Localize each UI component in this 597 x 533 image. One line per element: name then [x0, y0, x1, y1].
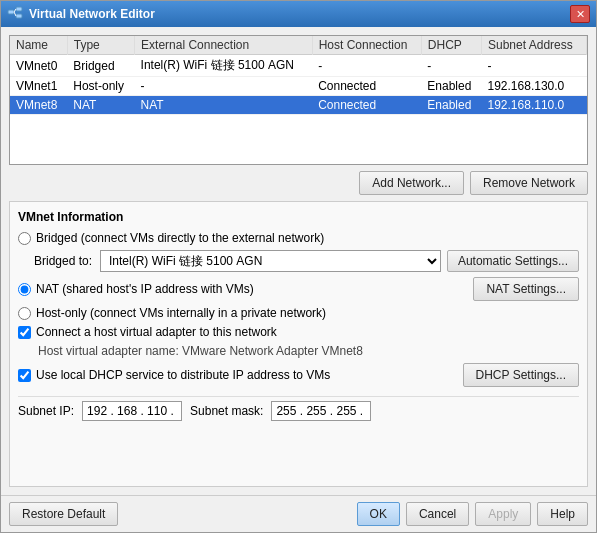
cell-2: -: [135, 77, 313, 96]
network-btn-row: Add Network... Remove Network: [9, 171, 588, 195]
network-table-container: Name Type External Connection Host Conne…: [9, 35, 588, 165]
cell-3: -: [312, 55, 421, 77]
cancel-button[interactable]: Cancel: [406, 502, 469, 526]
subnet-ip-input[interactable]: [82, 401, 182, 421]
host-only-label: Host-only (connect VMs internally in a p…: [36, 306, 326, 320]
main-content: Name Type External Connection Host Conne…: [1, 27, 596, 495]
subnet-mask-input[interactable]: [271, 401, 371, 421]
nat-row: NAT (shared host's IP address with VMs) …: [18, 277, 579, 301]
adapter-name-label: Host virtual adapter name: VMware Networ…: [38, 344, 579, 358]
col-host: Host Connection: [312, 36, 421, 55]
cell-1: NAT: [67, 96, 134, 115]
cell-5: 192.168.110.0: [482, 96, 587, 115]
cell-5: 192.168.130.0: [482, 77, 587, 96]
window-icon: [7, 6, 23, 22]
cell-2: NAT: [135, 96, 313, 115]
subnet-mask-label: Subnet mask:: [190, 404, 263, 418]
nat-label: NAT (shared host's IP address with VMs): [36, 282, 254, 296]
dhcp-label: Use local DHCP service to distribute IP …: [36, 368, 330, 382]
cell-5: -: [482, 55, 587, 77]
add-network-button[interactable]: Add Network...: [359, 171, 464, 195]
close-button[interactable]: ✕: [570, 5, 590, 23]
ok-button[interactable]: OK: [357, 502, 400, 526]
bridged-label: Bridged (connect VMs directly to the ext…: [36, 231, 324, 245]
restore-default-button[interactable]: Restore Default: [9, 502, 118, 526]
bridged-to-row: Bridged to: Intel(R) WiFi 链接 5100 AGN Au…: [34, 250, 579, 272]
dhcp-checkbox-row: Use local DHCP service to distribute IP …: [18, 368, 330, 382]
title-bar: Virtual Network Editor ✕: [1, 1, 596, 27]
bridged-radio[interactable]: [18, 232, 31, 245]
host-only-radio-row: Host-only (connect VMs internally in a p…: [18, 306, 579, 320]
vmnet-info-section: VMnet Information Bridged (connect VMs d…: [9, 201, 588, 487]
col-external: External Connection: [135, 36, 313, 55]
remove-network-button[interactable]: Remove Network: [470, 171, 588, 195]
cell-1: Bridged: [67, 55, 134, 77]
subnet-row: Subnet IP: Subnet mask:: [18, 396, 579, 421]
network-table: Name Type External Connection Host Conne…: [10, 36, 587, 115]
window-title: Virtual Network Editor: [29, 7, 155, 21]
bridged-to-label: Bridged to:: [34, 254, 94, 268]
host-only-radio[interactable]: [18, 307, 31, 320]
connect-adapter-row: Connect a host virtual adapter to this n…: [18, 325, 579, 339]
svg-rect-2: [16, 14, 22, 18]
table-row[interactable]: VMnet0BridgedIntel(R) WiFi 链接 5100 AGN--…: [10, 55, 587, 77]
bottom-right-buttons: OK Cancel Apply Help: [357, 502, 588, 526]
svg-line-4: [14, 12, 16, 16]
table-header-row: Name Type External Connection Host Conne…: [10, 36, 587, 55]
connect-adapter-label: Connect a host virtual adapter to this n…: [36, 325, 277, 339]
cell-0: VMnet0: [10, 55, 67, 77]
nat-radio-row: NAT (shared host's IP address with VMs): [18, 282, 254, 296]
col-type: Type: [67, 36, 134, 55]
cell-0: VMnet1: [10, 77, 67, 96]
col-subnet: Subnet Address: [482, 36, 587, 55]
dhcp-row: Use local DHCP service to distribute IP …: [18, 363, 579, 387]
automatic-settings-button[interactable]: Automatic Settings...: [447, 250, 579, 272]
nat-radio[interactable]: [18, 283, 31, 296]
connect-adapter-checkbox[interactable]: [18, 326, 31, 339]
dhcp-settings-button[interactable]: DHCP Settings...: [463, 363, 579, 387]
dhcp-checkbox[interactable]: [18, 369, 31, 382]
col-name: Name: [10, 36, 67, 55]
cell-4: Enabled: [421, 77, 481, 96]
cell-3: Connected: [312, 77, 421, 96]
cell-3: Connected: [312, 96, 421, 115]
subnet-ip-label: Subnet IP:: [18, 404, 74, 418]
col-dhcp: DHCP: [421, 36, 481, 55]
cell-0: VMnet8: [10, 96, 67, 115]
apply-button[interactable]: Apply: [475, 502, 531, 526]
cell-1: Host-only: [67, 77, 134, 96]
cell-4: Enabled: [421, 96, 481, 115]
svg-rect-1: [16, 7, 22, 11]
main-window: Virtual Network Editor ✕ Name Type Exter…: [0, 0, 597, 533]
help-button[interactable]: Help: [537, 502, 588, 526]
svg-rect-0: [8, 10, 14, 14]
vmnet-info-title: VMnet Information: [18, 210, 579, 224]
title-bar-left: Virtual Network Editor: [7, 6, 155, 22]
network-table-body[interactable]: VMnet0BridgedIntel(R) WiFi 链接 5100 AGN--…: [10, 55, 587, 115]
cell-4: -: [421, 55, 481, 77]
cell-2: Intel(R) WiFi 链接 5100 AGN: [135, 55, 313, 77]
bottom-bar: Restore Default OK Cancel Apply Help: [1, 495, 596, 532]
nat-settings-button[interactable]: NAT Settings...: [473, 277, 579, 301]
bridged-to-select[interactable]: Intel(R) WiFi 链接 5100 AGN: [100, 250, 441, 272]
bridged-radio-row: Bridged (connect VMs directly to the ext…: [18, 231, 579, 245]
table-row[interactable]: VMnet8NATNATConnectedEnabled192.168.110.…: [10, 96, 587, 115]
table-row[interactable]: VMnet1Host-only-ConnectedEnabled192.168.…: [10, 77, 587, 96]
